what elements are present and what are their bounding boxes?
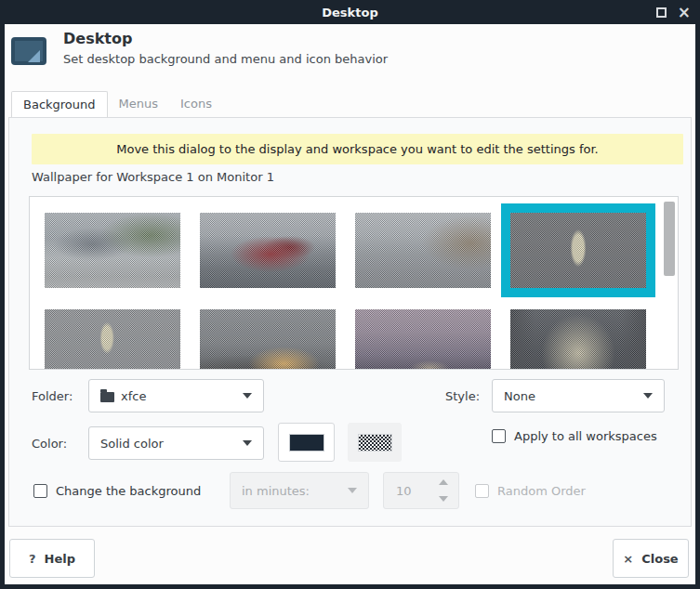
notice-text: Move this dialog to the display and work… — [116, 142, 599, 156]
wallpaper-grid — [29, 196, 679, 370]
dialog-body: Desktop Set desktop background and menu … — [5, 24, 695, 584]
random-order-row: Random Order — [475, 484, 586, 498]
wallpaper-thumbnail-dusk-valley[interactable] — [355, 309, 491, 370]
folder-icon — [100, 392, 114, 402]
color-style-dropdown-value: Solid color — [100, 437, 164, 451]
chevron-down-icon — [643, 393, 653, 399]
help-button[interactable]: ? Help — [9, 539, 95, 578]
folder-dropdown[interactable]: xfce — [88, 379, 264, 412]
wallpaper-thumbnail-rocky-riverbed[interactable] — [355, 213, 491, 288]
color-label: Color: — [32, 437, 67, 451]
minutes-spinner: 10 — [383, 472, 459, 509]
maximize-icon[interactable] — [656, 7, 667, 18]
close-button[interactable]: × Close — [613, 539, 689, 578]
wallpaper-thumbnail-mountain-sunset[interactable] — [200, 309, 336, 370]
spinner-down-icon — [439, 496, 448, 502]
folder-dropdown-value: xfce — [121, 389, 146, 403]
wallpaper-scrollbar[interactable] — [664, 198, 676, 368]
tab-icons[interactable]: Icons — [169, 91, 223, 117]
transparent-checker-swatch — [358, 434, 392, 452]
chevron-down-icon — [243, 393, 252, 399]
wallpaper-scrollbar-thumb[interactable] — [664, 202, 675, 276]
wallpaper-grid-items — [30, 197, 678, 369]
tab-bar: Background Menus Icons — [11, 91, 223, 117]
notice-banner: Move this dialog to the display and work… — [32, 134, 683, 164]
close-icon: × — [623, 552, 633, 566]
chevron-down-icon — [348, 488, 357, 493]
chevron-down-icon — [243, 440, 252, 446]
window-title: Desktop — [322, 6, 377, 20]
random-order-checkbox — [475, 484, 489, 498]
style-dropdown[interactable]: None — [492, 379, 665, 412]
spinner-up-icon — [439, 479, 448, 485]
color-picker-button[interactable] — [278, 423, 335, 462]
page-title: Desktop — [63, 30, 132, 47]
tab-menus[interactable]: Menus — [108, 91, 169, 117]
change-background-label: Change the background — [56, 484, 201, 498]
secondary-color-picker-button — [348, 423, 402, 462]
help-button-label: Help — [45, 552, 75, 566]
desktop-settings-window: Desktop × Desktop Set desktop background… — [0, 0, 700, 589]
wallpaper-thumbnail-light-sculpture[interactable] — [510, 213, 646, 288]
close-button-label: Close — [641, 552, 678, 566]
tab-background[interactable]: Background — [11, 91, 108, 117]
apply-all-workspaces-label: Apply to all workspaces — [514, 429, 657, 443]
window-controls: × — [656, 0, 691, 24]
style-dropdown-value: None — [504, 389, 535, 403]
folder-label: Folder: — [32, 389, 73, 403]
minutes-spinner-value: 10 — [396, 484, 412, 498]
desktop-app-icon — [11, 37, 46, 65]
solid-color-swatch — [289, 434, 324, 452]
random-order-label: Random Order — [497, 484, 586, 498]
background-tab-panel: Move this dialog to the display and work… — [8, 117, 692, 527]
interval-dropdown-value: in minutes: — [242, 484, 310, 498]
apply-all-workspaces-row[interactable]: Apply to all workspaces — [492, 429, 657, 443]
wallpaper-section-label: Wallpaper for Workspace 1 on Monitor 1 — [32, 170, 274, 184]
interval-dropdown: in minutes: — [230, 472, 369, 509]
change-background-checkbox[interactable] — [33, 484, 47, 498]
wallpaper-thumbnail-arc-de-triomphe[interactable] — [510, 309, 646, 370]
color-style-dropdown[interactable]: Solid color — [88, 426, 264, 460]
wallpaper-thumbnail-light-sculpture-2[interactable] — [45, 309, 180, 370]
page-subtitle: Set desktop background and menu and icon… — [63, 52, 388, 66]
change-background-row[interactable]: Change the background — [33, 484, 201, 498]
style-label: Style: — [445, 389, 480, 403]
wallpaper-thumbnail-beach-shore[interactable] — [45, 213, 180, 288]
window-close-icon[interactable]: × — [678, 5, 691, 20]
wallpaper-thumbnail-red-sports-car[interactable] — [200, 213, 336, 288]
desktop-app-icon-fold — [28, 50, 40, 62]
help-icon: ? — [29, 552, 36, 566]
titlebar[interactable]: Desktop × — [0, 0, 700, 24]
spinner-arrows — [439, 473, 450, 508]
apply-all-workspaces-checkbox[interactable] — [492, 429, 506, 443]
